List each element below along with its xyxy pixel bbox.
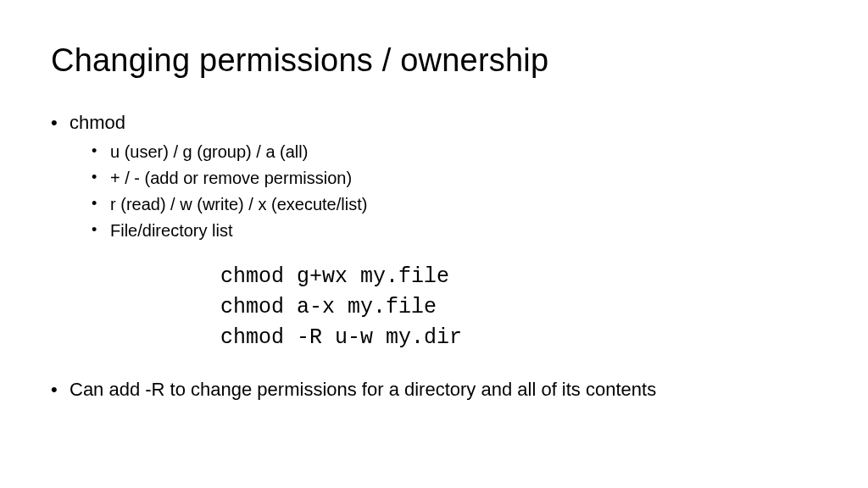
slide-title: Changing permissions / ownership <box>51 42 817 79</box>
code-line-1: chmod g+wx my.file <box>220 262 817 292</box>
bullet-text: chmod <box>70 112 125 133</box>
bullet-chmod: chmod u (user) / g (group) / a (all) + /… <box>51 109 817 243</box>
code-line-2: chmod a-x my.file <box>220 292 817 323</box>
code-example: chmod g+wx my.file chmod a-x my.file chm… <box>220 262 817 354</box>
code-line-3: chmod -R u-w my.dir <box>220 323 817 353</box>
subbullet-filelist: File/directory list <box>92 219 817 243</box>
subbullet-addremove: + / - (add or remove permission) <box>92 166 817 191</box>
subbullet-who: u (user) / g (group) / a (all) <box>92 140 817 164</box>
bullet-recursive: Can add -R to change permissions for a d… <box>51 376 817 403</box>
subbullet-rwx: r (read) / w (write) / x (execute/list) <box>92 192 817 217</box>
slide-content: chmod u (user) / g (group) / a (all) + /… <box>51 109 817 403</box>
